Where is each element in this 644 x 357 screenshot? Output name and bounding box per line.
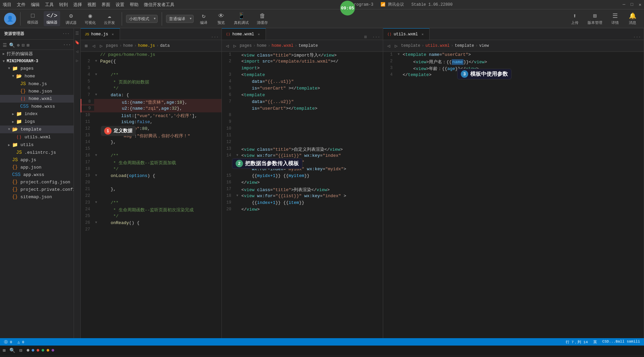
bc-right-template2[interactable]: template <box>455 43 474 48</box>
code-area-mid[interactable]: 1 <view class="title">import导入</view> 2 … <box>222 52 383 338</box>
left-icon-bookmark[interactable]: 🔖 <box>75 40 80 45</box>
right-nav-fwd[interactable]: ▷ <box>393 42 399 49</box>
real-debug-btn[interactable]: 📱 真机调试 <box>231 11 251 27</box>
menu-item-edit[interactable]: 编辑 <box>31 2 40 8</box>
sidebar-item-index[interactable]: ▶ 📁 index <box>0 110 74 118</box>
taskbar-item-5[interactable]: ● <box>46 347 50 354</box>
sidebar-item-sitemap[interactable]: {} sitemap.json <box>0 193 74 201</box>
sidebar-item-appjson[interactable]: {} app.json <box>0 164 74 171</box>
sidebar-item-projectprivate[interactable]: {} project.private.config.json <box>0 186 74 193</box>
tab-homejs-close[interactable]: ✕ <box>110 32 116 37</box>
sidebar-item-open-editors[interactable]: ▶ 打开的编辑器 <box>0 50 74 58</box>
taskbar-item-6[interactable]: ● <box>51 347 55 354</box>
sidebar-more-btn[interactable]: ··· <box>63 42 71 48</box>
bc-homejs[interactable]: home.js <box>138 43 155 48</box>
tab-utilswxml-close[interactable]: ✕ <box>420 32 425 37</box>
taskbar-apps[interactable]: ⊟ <box>19 348 22 353</box>
mid-nav-back[interactable]: ◁ <box>225 42 230 49</box>
preview-btn[interactable]: 👁 预览 <box>214 11 229 27</box>
menu-item-goto[interactable]: 转到 <box>59 2 68 8</box>
code-area-left[interactable]: // pages/home/home.js 2 ▼ Page({ 3 4 <box>81 52 222 338</box>
clear-cache-btn[interactable]: 🗑 清缓存 <box>254 11 271 27</box>
menu-item-project[interactable]: 项目 <box>3 2 11 8</box>
menu-item-devtools[interactable]: 微信开发者工具 <box>144 2 174 8</box>
menu-item-interface[interactable]: 界面 <box>102 2 110 8</box>
sidebar-item-eslintrc[interactable]: JS .eslintrc.js <box>0 149 74 156</box>
taskbar-item-4[interactable]: ● <box>41 347 45 354</box>
mode-dropdown[interactable]: 小程序模式 <box>126 15 158 23</box>
mid-nav-fwd[interactable]: ▷ <box>232 42 237 49</box>
left-icon-back[interactable]: ◁ <box>76 49 78 54</box>
sidebar-item-utilswxml[interactable]: ⟨⟩ utils.wxml <box>0 133 74 141</box>
menu-item-tools[interactable]: 工具 <box>45 2 54 8</box>
code-area-right[interactable]: 1 ▼ <template name="userCart"> 2 <view>用… <box>383 52 644 338</box>
user-avatar[interactable]: 👤 <box>4 13 16 25</box>
window-minimize[interactable]: ─ <box>623 2 626 7</box>
bc-mid-homewxml[interactable]: home.wxml <box>272 43 293 48</box>
menu-item-file[interactable]: 文件 <box>17 2 26 8</box>
sidebar-more-icon[interactable]: ··· <box>62 32 70 36</box>
compile-btn[interactable]: ↻ 编译 <box>196 11 211 27</box>
details-btn[interactable]: ☰ 详情 <box>608 11 622 27</box>
visual-btn[interactable]: ◉ 可视化 <box>82 11 98 27</box>
split-icon[interactable]: ⊞ <box>83 42 89 49</box>
bc-home[interactable]: home <box>123 43 133 48</box>
editor-mid-more[interactable]: ··· <box>370 35 383 40</box>
menu-item-select[interactable]: 选择 <box>73 2 82 8</box>
taskbar-item-2[interactable]: ● <box>31 347 35 354</box>
sidebar-item-logs[interactable]: ▶ 📁 logs <box>0 118 74 126</box>
tab-homejs[interactable]: JS home.js ✕ <box>81 28 120 40</box>
sidebar-icon-1[interactable]: ☰ <box>3 42 7 48</box>
taskbar-search[interactable]: 🔍 <box>9 348 15 353</box>
sidebar-item-homewxss[interactable]: CSS home.wxss <box>0 103 74 110</box>
window-maximize[interactable]: □ <box>631 2 633 7</box>
sidebar-item-home[interactable]: ▼ 📂 home <box>0 72 74 80</box>
compile-mode-dropdown[interactable]: 普通编译 <box>166 15 194 23</box>
nav-back-icon[interactable]: ◁ <box>91 42 96 49</box>
taskbar-item-1[interactable]: ● <box>26 347 30 354</box>
sidebar-item-homejs[interactable]: JS home.js <box>0 80 74 87</box>
sidebar-item-pages[interactable]: ▼ 📁 pages <box>0 65 74 72</box>
taskbar-start[interactable]: ⊞ <box>3 348 5 353</box>
messages-btn[interactable]: 🔔 消息 <box>625 11 640 27</box>
bc-mid-pages[interactable]: pages <box>240 43 252 48</box>
tab-utilswxml[interactable]: ⟨⟩ utils.wxml ✕ <box>383 28 430 40</box>
debugger-btn[interactable]: ⚙ 调试器 <box>63 11 79 27</box>
sidebar-icon-3[interactable]: ⊕ <box>17 42 19 48</box>
bc-right-view[interactable]: view <box>479 43 489 48</box>
sidebar-icon-5[interactable]: ⊞ <box>27 42 29 48</box>
bc-mid-home[interactable]: home <box>257 43 267 48</box>
mode-dropdown-wrapper[interactable]: 小程序模式 <box>126 15 158 23</box>
left-icon-fwd[interactable]: ▷ <box>76 58 78 63</box>
sidebar-item-homejson[interactable]: {} home.json <box>0 87 74 95</box>
sidebar-item-projectconfig[interactable]: {} project.config.json <box>0 178 74 186</box>
right-nav-back[interactable]: ◁ <box>386 42 391 49</box>
editor-right-more[interactable]: ··· <box>631 35 644 40</box>
bc-right-utilswxml[interactable]: utils.wxml <box>426 43 450 48</box>
menu-item-view[interactable]: 视图 <box>87 2 96 8</box>
sidebar-item-miniprogram[interactable]: ▼ MINIPROGRAM-3 <box>0 58 74 65</box>
taskbar-item-3[interactable]: ● <box>36 347 40 354</box>
upload-btn[interactable]: ⬆ 上传 <box>567 11 582 27</box>
version-mgmt-btn[interactable]: ⊞ 版本管理 <box>585 11 605 27</box>
sidebar-icon-4[interactable]: ⊡ <box>22 42 24 48</box>
sidebar-item-utils[interactable]: ▶ 📁 utils <box>0 141 74 149</box>
tab-homewxml-close[interactable]: ✕ <box>256 32 261 37</box>
bc-right-template[interactable]: template <box>401 43 420 48</box>
bc-mid-template[interactable]: template <box>298 43 318 48</box>
menu-item-settings[interactable]: 设置 <box>116 2 124 8</box>
editor-left-more[interactable]: ··· <box>208 35 222 40</box>
editor-mid-split[interactable]: ⊞ <box>362 34 370 40</box>
nav-fwd-icon[interactable]: ▷ <box>98 42 104 49</box>
simulator-btn[interactable]: □ 模拟器 <box>25 11 41 26</box>
sidebar-item-template[interactable]: ▼ 📂 template <box>0 126 74 133</box>
sidebar-item-appjs[interactable]: JS app.js <box>0 156 74 164</box>
bc-pages[interactable]: pages <box>106 43 118 48</box>
bc-data[interactable]: data <box>160 43 170 48</box>
tab-homewxml[interactable]: ⟨⟩ home.wxml ✕ <box>222 28 266 40</box>
sidebar-icon-2[interactable]: 🔍 <box>9 42 15 48</box>
window-close[interactable]: ✕ <box>639 2 641 7</box>
sidebar-item-appwxss[interactable]: CSS app.wxss <box>0 171 74 178</box>
menu-item-help[interactable]: 帮助 <box>130 2 138 8</box>
left-icon-list[interactable]: ☰ <box>75 31 79 36</box>
